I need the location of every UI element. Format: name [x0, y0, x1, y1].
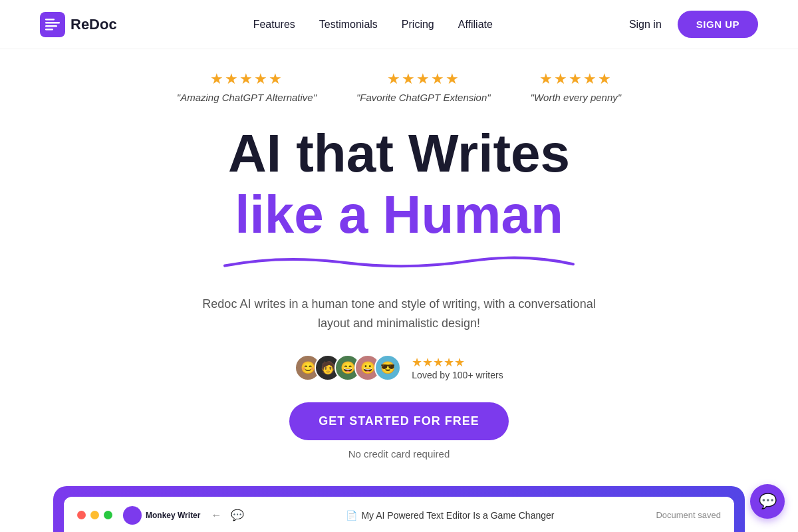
app-preview: 🐒 Monkey Writer ← 💬 📄 My AI Powered Text…: [53, 486, 745, 532]
avatar-group: 😊 🧑 😄 😀 😎: [295, 354, 401, 381]
headline-underline: [219, 250, 580, 272]
sign-in-link[interactable]: Sign in: [629, 19, 662, 31]
comment-icon[interactable]: 💬: [231, 509, 244, 521]
back-icon[interactable]: ←: [211, 509, 221, 521]
logo[interactable]: ReDoc: [40, 12, 117, 37]
reviews-row: ★★★★★ "Amazing ChatGPT Alternative" ★★★★…: [177, 70, 621, 103]
nav-features[interactable]: Features: [253, 19, 295, 30]
app-logo: 🐒 Monkey Writer: [123, 506, 200, 525]
hero-section: ★★★★★ "Amazing ChatGPT Alternative" ★★★★…: [0, 49, 798, 532]
chat-widget[interactable]: 💬: [750, 484, 785, 519]
navbar: ReDoc Features Testimonials Pricing Affi…: [0, 0, 798, 49]
svg-rect-2: [45, 22, 60, 24]
review-3-text: "Worth every penny": [531, 92, 622, 103]
app-name: Monkey Writer: [146, 511, 200, 520]
svg-rect-3: [45, 25, 57, 27]
browser-icons: ← 💬: [211, 509, 244, 521]
logo-text: ReDoc: [70, 16, 117, 33]
svg-rect-4: [45, 29, 53, 31]
review-1: ★★★★★ "Amazing ChatGPT Alternative": [177, 70, 317, 103]
svg-rect-1: [45, 19, 55, 21]
review-3-stars: ★★★★★: [539, 70, 612, 88]
nav-pricing[interactable]: Pricing: [402, 19, 434, 30]
logo-icon: [40, 12, 65, 37]
hero-headline-line2: like a Human: [235, 186, 563, 244]
nav-links: Features Testimonials Pricing Affiliate: [253, 19, 493, 31]
nav-right: Sign in SIGN UP: [629, 11, 758, 38]
review-2: ★★★★★ "Favorite ChatGPT Extension": [356, 70, 491, 103]
doc-title-area: 📄 My AI Powered Text Editor Is a Game Ch…: [255, 510, 645, 521]
svg-rect-0: [40, 12, 65, 37]
signup-button[interactable]: SIGN UP: [678, 11, 758, 38]
cta-button[interactable]: GET STARTED FOR FREE: [289, 402, 509, 440]
review-2-text: "Favorite ChatGPT Extension": [356, 92, 491, 103]
social-proof: 😊 🧑 😄 😀 😎 ★★★★★ Loved by 100+ writers: [295, 354, 503, 381]
review-1-stars: ★★★★★: [210, 70, 283, 88]
review-3: ★★★★★ "Worth every penny": [531, 70, 622, 103]
chat-widget-icon: 💬: [759, 493, 777, 510]
review-1-text: "Amazing ChatGPT Alternative": [177, 92, 317, 103]
proof-label: Loved by 100+ writers: [412, 370, 503, 380]
hero-subtext: Redoc AI writes in a human tone and styl…: [186, 295, 612, 333]
no-card-text: No credit card required: [348, 448, 450, 460]
nav-testimonials[interactable]: Testimonials: [319, 19, 378, 30]
doc-title-text: My AI Powered Text Editor Is a Game Chan…: [361, 510, 554, 521]
proof-stars: ★★★★★: [412, 355, 465, 370]
dot-close: [77, 511, 86, 519]
browser-dots: [77, 511, 112, 519]
saved-badge: Document saved: [656, 510, 721, 520]
nav-affiliate[interactable]: Affiliate: [458, 19, 493, 30]
svg-point-5: [123, 506, 142, 525]
doc-file-icon: 📄: [346, 510, 357, 521]
hero-headline-line1: AI that Writes: [228, 124, 570, 183]
dot-minimize: [90, 511, 99, 519]
avatar-5: 😎: [374, 354, 401, 381]
proof-text: ★★★★★ Loved by 100+ writers: [412, 355, 503, 380]
monkey-icon: 🐒: [123, 506, 142, 525]
browser-bar: 🐒 Monkey Writer ← 💬 📄 My AI Powered Text…: [64, 497, 734, 532]
dot-expand: [104, 511, 112, 519]
review-2-stars: ★★★★★: [387, 70, 460, 88]
